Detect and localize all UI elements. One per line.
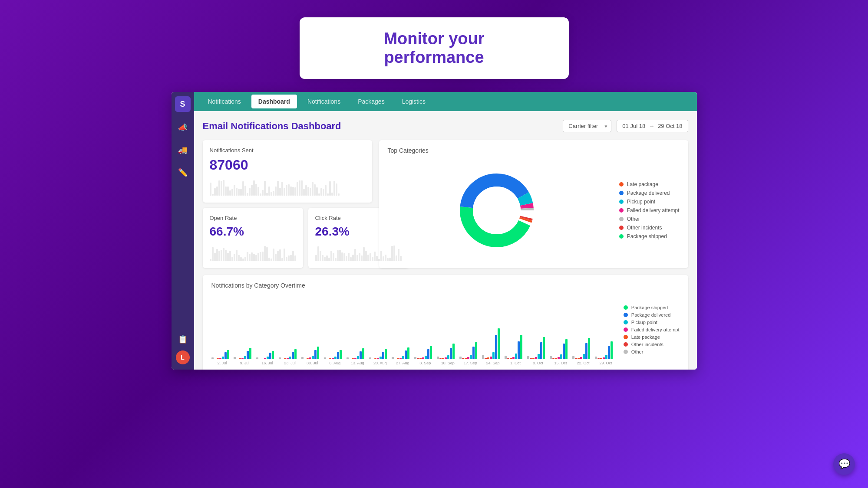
bar-segment [538,354,540,359]
chart-dot-late [624,335,628,339]
bar-segment [608,346,610,359]
sidebar-logo[interactable]: S [175,96,191,112]
bar-segment [217,358,219,359]
legend-dot-failed-delivery [619,208,624,213]
bar-chart-wrap: 2. Jul9. Jul16. Jul23. Jul30. Jul6. Aug1… [211,294,617,365]
top-categories-card: Top Categories [379,140,688,268]
legend-failed-delivery: Failed delivery attempt [619,207,680,213]
bar-segment [462,358,464,359]
legend-other-incidents: Other incidents [619,225,680,231]
bar-segment [249,348,251,359]
top-banner: Monitor your performance [300,17,569,79]
bar-segment [354,358,356,359]
sidebar-icon-logistics[interactable]: 🚚 [176,143,190,157]
bar-segment [575,358,577,359]
bar-segment [427,349,429,359]
legend-pickup-point: Pickup point [619,199,680,205]
bar-segment [439,358,442,359]
bar-segment [392,357,394,359]
notifications-sent-label: Notifications Sent [210,147,365,154]
bar-segment [578,358,580,359]
bar-segment [532,358,535,359]
bar-segment [515,354,517,359]
bar-segment [301,357,304,359]
legend-dot-package-delivered [619,191,624,195]
left-stats: Notifications Sent 87060 Open Rate 66.7%… [203,140,372,268]
bar-segment [445,357,447,359]
bar-segment [352,358,354,359]
bar-segment [530,358,532,359]
bottom-chart-card: Notifications by Category Overtime 2. Ju… [203,275,688,370]
chart-dot-delivered [624,313,628,317]
x-label: 23. Jul [279,361,300,365]
bar-segment [595,357,597,359]
bar-segment [222,357,224,359]
bar-segment [397,358,399,359]
x-label: 29. Oct [595,361,617,365]
chat-button[interactable]: 💬 [833,453,855,475]
rate-cards: Open Rate 66.7% Click Rate 26.3% [203,208,372,268]
bar-segment [279,357,281,359]
tab-notifications[interactable]: Notifications [300,95,347,108]
date-range[interactable]: 01 Jul 18 → 29 Oct 18 [617,120,688,132]
bar-segment [227,350,229,359]
x-label: 9. Jul [234,361,255,365]
bar-segment [324,357,326,359]
header-controls: Carrier filter 01 Jul 18 → 29 Oct 18 [563,120,688,132]
donut-legend: Late package Package delivered Pickup po… [619,181,680,239]
bar-group [550,339,571,359]
bar-segment [507,358,509,359]
bar-segment [467,357,469,359]
carrier-filter-select[interactable]: Carrier filter [563,120,611,132]
bar-segment [347,357,349,359]
bar-segment [380,357,382,359]
bar-segment [447,355,449,359]
bar-segment [543,337,545,359]
notifications-sent-card: Notifications Sent 87060 [203,140,372,203]
bar-segment [558,357,560,359]
notifications-sent-value: 87060 [210,157,365,173]
donut-wrapper [388,167,606,254]
chart-legend: Package shipped Package delivered Pickup… [624,294,680,365]
bar-segment [340,350,342,359]
bar-segment [407,347,409,359]
bar-segment [505,356,507,359]
x-label: 8. Oct [527,361,549,365]
bar-segment [287,358,289,359]
avatar[interactable]: L [176,350,190,364]
sidebar: S 📣 🚚 ✏️ 📋 L [172,92,194,370]
x-label: 20. Aug [369,361,391,365]
bar-segment [417,358,419,359]
bar-segment [329,358,331,359]
bar-segment [377,358,379,359]
chart-dot-shipped [624,305,628,310]
x-label: 6. Aug [324,361,346,365]
tab-packages[interactable]: Packages [351,95,391,108]
tab-logistics[interactable]: Logistics [395,95,432,108]
donut-chart [453,167,540,254]
legend-dot-other-incidents [619,226,624,230]
bar-segment [264,358,266,359]
bar-segment [605,355,607,359]
content-area: Notifications Dashboard Notifications Pa… [194,92,697,370]
open-rate-label: Open Rate [210,215,296,221]
bar-segment [472,347,475,359]
top-categories-title: Top Categories [388,147,680,154]
sidebar-icon-edit[interactable]: ✏️ [176,166,190,180]
bar-group [459,342,481,359]
bar-segment [402,356,404,359]
bar-segment [487,357,489,359]
svg-point-7 [473,187,521,234]
main-window: S 📣 🚚 ✏️ 📋 L Notifications Dashboard Not… [172,92,697,370]
bar-segment [244,356,246,359]
bar-segment [292,352,294,359]
bar-segment [399,358,402,359]
sidebar-icon-notifications[interactable]: 📣 [176,121,190,134]
bar-segment [603,357,605,359]
bar-segment [224,352,227,359]
bar-segment [600,358,602,359]
tab-dashboard[interactable]: Dashboard [251,95,297,108]
bar-segment [437,357,439,359]
bar-group [527,337,549,359]
sidebar-icon-documents[interactable]: 📋 [176,332,190,346]
